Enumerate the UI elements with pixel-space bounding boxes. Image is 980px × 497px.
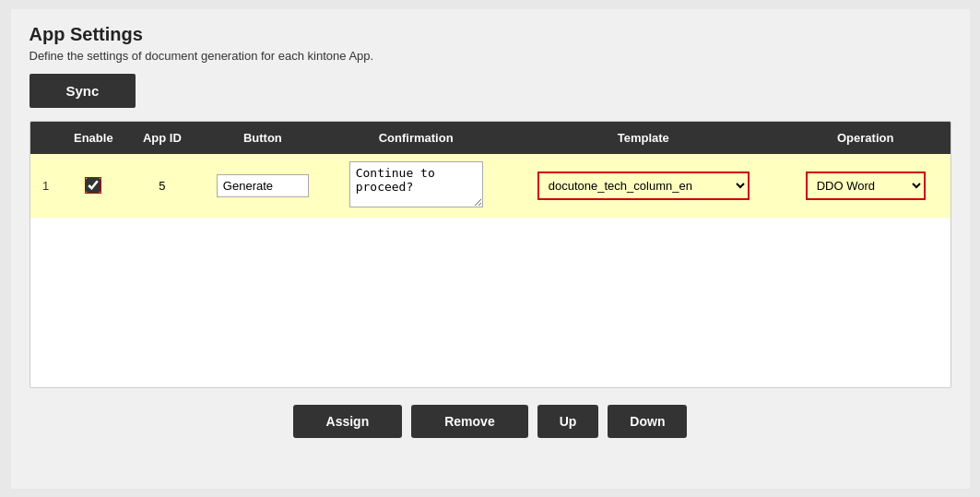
table-header-row: Enable App ID Button Confirmation Templa… — [30, 122, 950, 154]
settings-table-container: Enable App ID Button Confirmation Templa… — [30, 121, 951, 388]
up-button[interactable]: Up — [537, 405, 599, 438]
app-id-cell: 5 — [125, 154, 199, 218]
operation-select[interactable]: DDO Word — [806, 172, 926, 200]
col-header-button: Button — [199, 122, 326, 154]
assign-button[interactable]: Assign — [293, 405, 403, 438]
settings-table: Enable App ID Button Confirmation Templa… — [30, 122, 950, 218]
confirmation-textarea[interactable]: Continue to proceed? — [349, 161, 483, 207]
col-header-operation: Operation — [781, 122, 950, 154]
table-row: 1 5 Continue to proceed? — [30, 154, 950, 218]
col-header-app-id: App ID — [125, 122, 199, 154]
app-settings-page: App Settings Define the settings of docu… — [11, 9, 970, 489]
template-cell: docutone_tech_column_en — [506, 154, 781, 218]
sync-button[interactable]: Sync — [30, 74, 136, 108]
page-title: App Settings — [30, 24, 951, 45]
template-select[interactable]: docutone_tech_column_en — [537, 172, 750, 200]
page-description: Define the settings of document generati… — [30, 49, 951, 63]
enable-checkbox[interactable] — [86, 178, 100, 193]
col-header-enable: Enable — [62, 122, 125, 154]
button-input[interactable] — [217, 174, 309, 197]
down-button[interactable]: Down — [608, 405, 687, 438]
col-header-confirmation: Confirmation — [326, 122, 506, 154]
button-cell — [199, 154, 326, 218]
row-number: 1 — [30, 154, 62, 218]
bottom-buttons: Assign Remove Up Down — [30, 405, 951, 438]
col-header-empty — [30, 122, 62, 154]
confirmation-cell: Continue to proceed? — [326, 154, 506, 218]
remove-button[interactable]: Remove — [411, 405, 527, 438]
col-header-template: Template — [506, 122, 781, 154]
operation-cell: DDO Word — [781, 154, 950, 218]
enable-cell — [62, 154, 125, 218]
